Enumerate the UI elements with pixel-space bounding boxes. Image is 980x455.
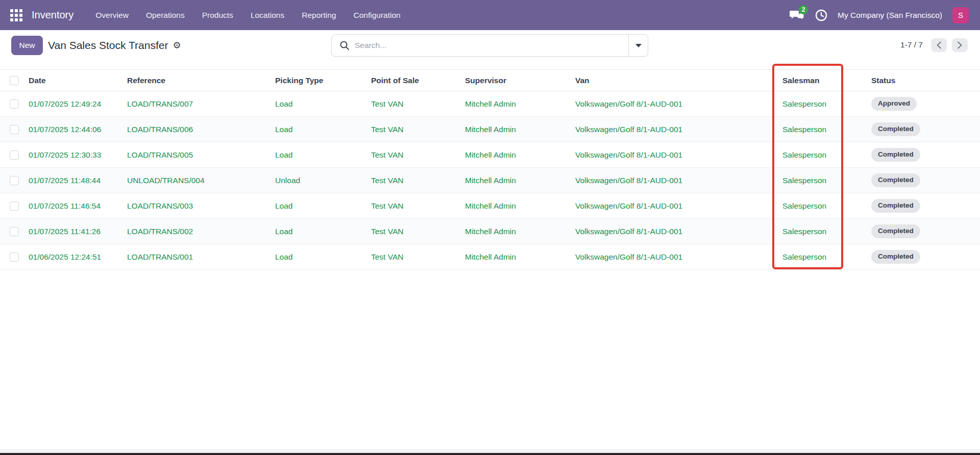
column-header-point_of_sale[interactable]: Point of Sale — [366, 76, 460, 85]
row-checkbox[interactable] — [10, 150, 19, 160]
search-dropdown-toggle[interactable] — [628, 35, 648, 56]
cell-reference[interactable]: LOAD/TRANS/003 — [122, 201, 270, 211]
cell-picking_type[interactable]: Load — [270, 99, 366, 109]
cell-van[interactable]: Volkswagen/Golf 8/1-AUD-001 — [570, 176, 777, 185]
cell-picking_type[interactable]: Load — [270, 201, 366, 211]
cell-point_of_sale[interactable]: Test VAN — [366, 125, 460, 134]
table-row[interactable]: 01/07/2025 12:30:33LOAD/TRANS/005LoadTes… — [0, 142, 980, 168]
messages-icon[interactable]: 2 — [790, 9, 805, 22]
row-checkbox[interactable] — [10, 201, 19, 211]
cell-supervisor[interactable]: Mitchell Admin — [460, 150, 570, 160]
cell-point_of_sale[interactable]: Test VAN — [366, 227, 460, 236]
cell-status[interactable]: Completed — [866, 250, 980, 263]
row-checkbox[interactable] — [10, 176, 19, 185]
column-header-reference[interactable]: Reference — [122, 76, 270, 85]
column-header-picking_type[interactable]: Picking Type — [270, 76, 366, 85]
pager-next-button[interactable] — [952, 38, 968, 52]
cell-van[interactable]: Volkswagen/Golf 8/1-AUD-001 — [570, 125, 777, 134]
search-input[interactable] — [355, 41, 628, 50]
cell-supervisor[interactable]: Mitchell Admin — [460, 99, 570, 109]
cell-reference[interactable]: LOAD/TRANS/002 — [122, 227, 270, 236]
activities-icon[interactable] — [815, 9, 827, 21]
cell-supervisor[interactable]: Mitchell Admin — [460, 201, 570, 211]
cell-picking_type[interactable]: Load — [270, 227, 366, 236]
user-avatar[interactable]: S — [952, 7, 969, 23]
gear-icon[interactable]: ⚙ — [173, 41, 181, 50]
cell-picking_type[interactable]: Load — [270, 125, 366, 134]
cell-salesman[interactable]: Salesperson — [777, 227, 866, 236]
table-row[interactable]: 01/07/2025 12:44:06LOAD/TRANS/006LoadTes… — [0, 117, 980, 142]
menu-item-configuration[interactable]: Configuration — [345, 0, 409, 30]
cell-point_of_sale[interactable]: Test VAN — [366, 252, 460, 262]
cell-status[interactable]: Completed — [866, 148, 980, 161]
cell-salesman[interactable]: Salesperson — [777, 99, 866, 109]
pager-previous-button[interactable] — [931, 38, 947, 52]
cell-reference[interactable]: LOAD/TRANS/006 — [122, 125, 270, 134]
table-row[interactable]: 01/07/2025 11:46:54LOAD/TRANS/003LoadTes… — [0, 193, 980, 219]
column-header-date[interactable]: Date — [23, 76, 122, 85]
cell-supervisor[interactable]: Mitchell Admin — [460, 227, 570, 236]
menu-item-products[interactable]: Products — [193, 0, 242, 30]
row-checkbox[interactable] — [10, 252, 19, 262]
company-switcher[interactable]: My Company (San Francisco) — [838, 11, 942, 20]
apps-grid-icon[interactable] — [10, 9, 22, 21]
cell-point_of_sale[interactable]: Test VAN — [366, 201, 460, 211]
new-button[interactable]: New — [11, 36, 43, 55]
bottom-edge-bar[interactable] — [0, 453, 980, 455]
cell-reference[interactable]: LOAD/TRANS/007 — [122, 99, 270, 109]
cell-date[interactable]: 01/07/2025 11:48:44 — [23, 176, 122, 185]
table-row[interactable]: 01/06/2025 12:24:51LOAD/TRANS/001LoadTes… — [0, 244, 980, 270]
cell-reference[interactable]: LOAD/TRANS/001 — [122, 252, 270, 262]
row-checkbox[interactable] — [10, 125, 19, 134]
cell-salesman[interactable]: Salesperson — [777, 176, 866, 185]
cell-salesman[interactable]: Salesperson — [777, 201, 866, 211]
cell-picking_type[interactable]: Load — [270, 252, 366, 262]
status-badge: Completed — [871, 199, 920, 212]
menu-item-operations[interactable]: Operations — [137, 0, 193, 30]
cell-reference[interactable]: LOAD/TRANS/005 — [122, 150, 270, 160]
cell-point_of_sale[interactable]: Test VAN — [366, 150, 460, 160]
cell-status[interactable]: Completed — [866, 199, 980, 212]
cell-supervisor[interactable]: Mitchell Admin — [460, 252, 570, 262]
cell-date[interactable]: 01/07/2025 12:44:06 — [23, 125, 122, 134]
cell-picking_type[interactable]: Unload — [270, 176, 366, 185]
cell-reference[interactable]: UNLOAD/TRANS/004 — [122, 176, 270, 185]
row-checkbox[interactable] — [10, 227, 19, 236]
cell-van[interactable]: Volkswagen/Golf 8/1-AUD-001 — [570, 252, 777, 262]
menu-item-reporting[interactable]: Reporting — [293, 0, 345, 30]
table-row[interactable]: 01/07/2025 11:48:44UNLOAD/TRANS/004Unloa… — [0, 168, 980, 193]
cell-salesman[interactable]: Salesperson — [777, 150, 866, 160]
cell-status[interactable]: Completed — [866, 122, 980, 136]
cell-date[interactable]: 01/07/2025 11:46:54 — [23, 201, 122, 211]
cell-van[interactable]: Volkswagen/Golf 8/1-AUD-001 — [570, 99, 777, 109]
menu-item-locations[interactable]: Locations — [242, 0, 293, 30]
table-row[interactable]: 01/07/2025 11:41:26LOAD/TRANS/002LoadTes… — [0, 219, 980, 244]
cell-status[interactable]: Completed — [866, 224, 980, 238]
cell-point_of_sale[interactable]: Test VAN — [366, 99, 460, 109]
cell-status[interactable]: Approved — [866, 97, 980, 110]
cell-status[interactable]: Completed — [866, 173, 980, 187]
select-all-checkbox[interactable] — [10, 76, 19, 85]
cell-van[interactable]: Volkswagen/Golf 8/1-AUD-001 — [570, 227, 777, 236]
cell-van[interactable]: Volkswagen/Golf 8/1-AUD-001 — [570, 150, 777, 160]
column-header-van[interactable]: Van — [570, 76, 777, 85]
cell-van[interactable]: Volkswagen/Golf 8/1-AUD-001 — [570, 201, 777, 211]
app-name[interactable]: Inventory — [32, 9, 74, 21]
cell-point_of_sale[interactable]: Test VAN — [366, 176, 460, 185]
cell-supervisor[interactable]: Mitchell Admin — [460, 176, 570, 185]
cell-date[interactable]: 01/06/2025 12:24:51 — [23, 252, 122, 262]
column-header-status[interactable]: Status — [866, 76, 980, 85]
cell-date[interactable]: 01/07/2025 11:41:26 — [23, 227, 122, 236]
cell-salesman[interactable]: Salesperson — [777, 252, 866, 262]
column-header-supervisor[interactable]: Supervisor — [460, 76, 570, 85]
cell-supervisor[interactable]: Mitchell Admin — [460, 125, 570, 134]
table-row[interactable]: 01/07/2025 12:49:24LOAD/TRANS/007LoadTes… — [0, 91, 980, 117]
row-checkbox[interactable] — [10, 99, 19, 109]
column-header-salesman[interactable]: Salesman — [777, 76, 866, 85]
cell-salesman[interactable]: Salesperson — [777, 125, 866, 134]
pager-range: 1-7 / 7 — [900, 40, 923, 49]
cell-picking_type[interactable]: Load — [270, 150, 366, 160]
cell-date[interactable]: 01/07/2025 12:30:33 — [23, 150, 122, 160]
menu-item-overview[interactable]: Overview — [87, 0, 137, 30]
cell-date[interactable]: 01/07/2025 12:49:24 — [23, 99, 122, 109]
